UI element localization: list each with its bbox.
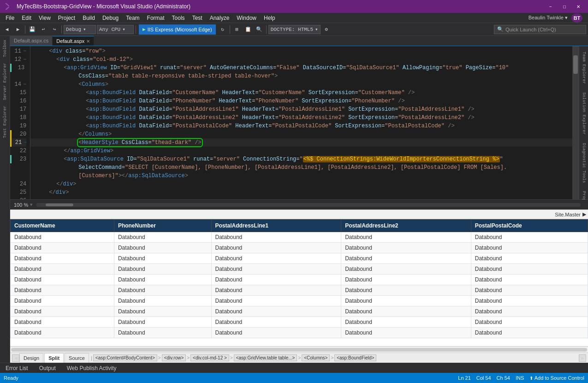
grid-cell: Databound	[11, 275, 114, 285]
grid-cell: Databound	[11, 243, 114, 253]
grid-body: DataboundDataboundDataboundDataboundData…	[11, 232, 588, 338]
grid-cell: Databound	[341, 275, 471, 285]
toolbar-forward-btn[interactable]: ▶	[13, 24, 23, 35]
code-vscroll-thumb[interactable]	[573, 55, 578, 74]
code-hscroll[interactable]	[36, 203, 581, 207]
grid-cell: Databound	[471, 275, 588, 285]
zoom-level[interactable]: 100 %	[14, 202, 28, 208]
vs-logo-icon	[4, 2, 13, 11]
menu-format[interactable]: Format	[143, 13, 168, 23]
team-explorer-panel[interactable]: Team Explorer	[581, 48, 587, 88]
properties-panel[interactable]: Properties	[581, 187, 587, 199]
breadcrumb-boundfield[interactable]: <asp:BoundField>	[334, 354, 376, 361]
window-title: MyTecBits-Bootstrap-GridView - Microsoft…	[17, 3, 190, 10]
preview-hscroll-thumb[interactable]	[11, 348, 587, 352]
grid-col-postalcode: PostalPostalCode	[471, 220, 588, 232]
refresh-btn[interactable]: ↻	[218, 24, 228, 35]
tab-cs-file[interactable]: Default.aspx.cs	[10, 36, 53, 46]
menu-analyze[interactable]: Analyze	[206, 13, 233, 23]
grid-cell: Databound	[341, 243, 471, 253]
breadcrumb-divrow[interactable]: <div.row>	[162, 354, 186, 361]
debug-mode-dropdown[interactable]: Debug▾	[64, 25, 96, 34]
code-line-24: </div>	[30, 180, 572, 188]
breadcrumb-right-btn[interactable]: ▶	[579, 354, 586, 362]
grid-cell: Databound	[341, 306, 471, 317]
grid-cell: Databound	[341, 317, 471, 328]
toolbar-back-btn[interactable]: ◀	[2, 24, 12, 35]
toolbar-btn-end[interactable]: ⚙	[321, 24, 332, 35]
menu-view[interactable]: View	[35, 13, 54, 23]
code-line-20: </Columns>	[30, 130, 572, 138]
breadcrumb-content[interactable]: <asp:Content#BodyContent>	[93, 354, 157, 361]
breadcrumb-left-btn[interactable]: ◀	[12, 354, 19, 362]
menu-tools[interactable]: Tools	[168, 13, 189, 23]
toolbar-redo-btn[interactable]: ↪	[49, 24, 59, 35]
menu-file[interactable]: File	[2, 13, 18, 23]
grid-row-0: DataboundDataboundDataboundDataboundData…	[11, 232, 588, 243]
output-tab[interactable]: Output	[37, 364, 58, 372]
grid-row-5: DataboundDataboundDataboundDataboundData…	[11, 285, 588, 296]
right-sidebar: Team Explorer Solution Explorer Diagnost…	[579, 46, 588, 199]
tab-close-btn[interactable]: ✕	[86, 39, 90, 44]
grid-cell: Databound	[471, 296, 588, 306]
grid-cell: Databound	[341, 285, 471, 296]
grid-cell: Databound	[341, 296, 471, 306]
grid-cell: Databound	[471, 317, 588, 328]
design-tab[interactable]: Design	[19, 353, 43, 363]
code-hscroll-thumb[interactable]	[46, 203, 73, 206]
source-control-btn[interactable]: ⬆ Add to Source Control	[529, 375, 584, 381]
menu-edit[interactable]: Edit	[18, 13, 35, 23]
breadcrumb-columns[interactable]: <Columns>	[302, 354, 330, 361]
toolbar-btn-extra2[interactable]: 📋	[243, 24, 253, 35]
menu-build[interactable]: Build	[79, 13, 99, 23]
grid-row-7: DataboundDataboundDataboundDataboundData…	[11, 306, 588, 317]
code-line-15: <asp:BoundField DataField="CustomerName"…	[30, 89, 572, 97]
web-publish-tab[interactable]: Web Publish Activity	[65, 364, 119, 372]
server-explorer-panel[interactable]: Server Explorer	[2, 61, 8, 102]
menu-test[interactable]: Test	[189, 13, 206, 23]
doctype-dropdown[interactable]: DOCTYPE: HTML5▾	[268, 25, 321, 34]
search-icon: 🔍	[497, 26, 504, 32]
toolbar-save-btn[interactable]: 💾	[27, 24, 37, 35]
toolbar-btn-extra3[interactable]: 🔍	[254, 24, 264, 35]
minimize-btn[interactable]: −	[545, 2, 557, 11]
code-vscroll[interactable]	[572, 46, 579, 199]
menu-debug[interactable]: Debug	[99, 13, 122, 23]
zoom-dropdown-icon[interactable]: ▾	[30, 202, 33, 208]
grid-cell: Databound	[471, 232, 588, 243]
diagnostic-tools-panel[interactable]: Diagnostic Tools	[581, 139, 587, 186]
preview-hscroll[interactable]	[10, 346, 588, 353]
quick-launch-input[interactable]: Quick Launch (Ctrl+Q)	[505, 27, 556, 32]
breadcrumb-gridview[interactable]: <asp:GridView.table table...>	[234, 354, 297, 361]
run-btn[interactable]: ▶ IIS Express (Microsoft Edge)	[139, 24, 216, 35]
source-tab[interactable]: Source	[65, 353, 89, 363]
split-tab[interactable]: Split	[44, 353, 64, 363]
toolbar-btn-extra1[interactable]: ⊞	[232, 24, 242, 35]
toolbar-undo-btn[interactable]: ↩	[38, 24, 48, 35]
grid-cell: Databound	[11, 253, 114, 264]
close-btn[interactable]: ✕	[572, 2, 584, 11]
toolbox-panel[interactable]: Toolbox	[2, 38, 8, 59]
tab-aspx-file[interactable]: Default.aspx ✕	[53, 36, 94, 46]
menu-project[interactable]: Project	[54, 13, 79, 23]
code-editor[interactable]: <div class="row"> <div class="col-md-12"…	[30, 46, 572, 199]
grid-cell: Databound	[211, 264, 341, 275]
platform-dropdown[interactable]: Any CPU▾	[97, 25, 134, 34]
menu-help[interactable]: Help	[260, 13, 279, 23]
grid-cell: Databound	[114, 275, 211, 285]
user-label: Beaulin Twinkle ▾	[529, 15, 571, 21]
menu-window[interactable]: Window	[233, 13, 260, 23]
error-list-tab[interactable]: Error List	[4, 364, 30, 372]
code-line-23c: [Customers]"></asp:SqlDataSource>	[30, 172, 572, 180]
menu-team[interactable]: Team	[122, 13, 143, 23]
breadcrumb-divcolmd[interactable]: <div.col-md-12 >	[190, 354, 229, 361]
solution-explorer-panel[interactable]: Solution Explorer	[581, 89, 587, 138]
grid-col-postalline1: PostalAddressLine1	[211, 220, 341, 232]
grid-cell: Databound	[114, 285, 211, 296]
status-col: Col 54	[476, 375, 491, 381]
scroll-right-btn[interactable]: ▶	[582, 211, 586, 217]
test-explorer-panel[interactable]: Test Explorer	[2, 104, 8, 140]
toolbar-sep1	[25, 25, 25, 34]
maximize-btn[interactable]: □	[558, 2, 570, 11]
preview-scroll[interactable]: CustomerName PhoneNumber PostalAddressLi…	[10, 219, 588, 346]
